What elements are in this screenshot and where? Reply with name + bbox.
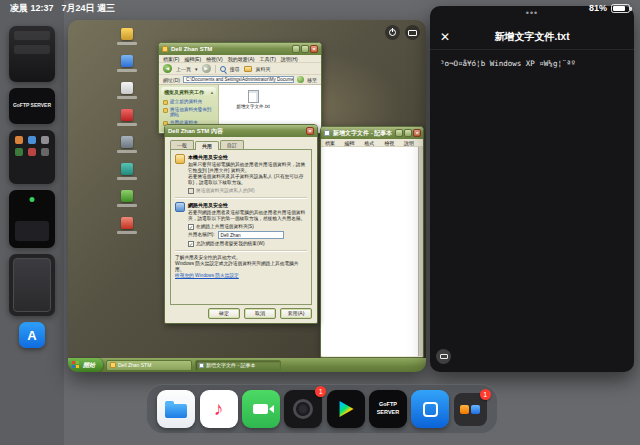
cancel-button[interactable]: 取消 <box>244 308 276 319</box>
desktop-icon[interactable] <box>114 163 140 180</box>
checkbox-checked[interactable]: ✓ <box>188 224 194 230</box>
mini-app-icon[interactable]: 1 <box>454 393 487 426</box>
keyboard-icon[interactable] <box>405 25 420 40</box>
task-link[interactable]: 將這個資料夾發佈到網站 <box>161 105 216 118</box>
maximize-button[interactable] <box>301 45 309 53</box>
private-checkbox-row[interactable]: 將這個資料夾設成私人的(M) <box>188 188 307 194</box>
tab-general[interactable]: 一般 <box>170 140 194 149</box>
text-viewer-panel[interactable]: ••• ✕ 新增文字文件.txt ³o¬O¤å¥ó¦b Windows XP ¤… <box>430 6 634 372</box>
go-label[interactable]: 移至 <box>307 77 317 83</box>
close-icon[interactable]: ✕ <box>440 31 456 43</box>
address-label: 網址(D) <box>163 77 180 83</box>
menu-item[interactable]: 我的最愛(A) <box>228 56 255 61</box>
back-icon[interactable]: ◀ <box>163 64 172 73</box>
desktop-icon[interactable] <box>114 136 140 153</box>
task-folder-icon <box>110 362 116 368</box>
address-input[interactable]: C:\Documents and Settings\Administrator\… <box>183 76 294 83</box>
start-button[interactable]: 開始 <box>68 358 103 372</box>
recent-app-thumbnail-4[interactable] <box>9 190 55 248</box>
task-notepad-icon <box>199 363 204 368</box>
desktop-icon[interactable] <box>114 55 140 72</box>
close-button[interactable]: × <box>306 127 314 135</box>
checkbox-unchecked[interactable] <box>188 188 194 194</box>
folders-icon[interactable] <box>244 66 252 72</box>
recent-app-thumbnail-5[interactable] <box>9 254 55 316</box>
dropdown-icon[interactable]: ▾ <box>195 66 198 72</box>
share-checkbox-label: 在網路上共用這個資料夾(S) <box>196 224 254 230</box>
search-label[interactable]: 搜尋 <box>230 66 240 72</box>
back-label[interactable]: 上一頁 <box>176 66 191 72</box>
text-file-icon <box>248 90 259 103</box>
task-pane-header[interactable]: 檔案及資料夾工作 ▴ <box>161 87 216 97</box>
taskbar-task-notepad[interactable]: 新增文字文件 - 記事本 <box>195 360 281 371</box>
search-icon[interactable] <box>220 66 226 72</box>
allow-change-checkbox-row[interactable]: ✓ 允許網路使用者變更我的檔案(W) <box>188 241 307 247</box>
recent-app-thumbnail-goftp[interactable]: GoFTP SERVER <box>9 88 55 124</box>
close-button[interactable]: × <box>413 129 421 137</box>
tab-customize[interactable]: 自訂 <box>220 140 244 149</box>
close-button[interactable]: × <box>310 45 318 53</box>
firewall-settings-link[interactable]: 檢視您的 Windows 防火牆設定 <box>175 273 307 279</box>
menu-item[interactable]: 工具(T) <box>259 56 275 61</box>
menu-item[interactable]: 編輯(E) <box>184 56 201 61</box>
blue-square-app-icon[interactable] <box>411 390 449 428</box>
menu-item[interactable]: 說明(H) <box>404 140 419 145</box>
menu-item[interactable]: 檔案(F) <box>163 56 179 61</box>
maximize-button[interactable] <box>404 129 412 137</box>
task-link[interactable]: 建立新的資料夾 <box>161 97 216 105</box>
keyboard-minimized-icon[interactable] <box>436 349 451 364</box>
xp-properties-dialog[interactable]: Dell Zhan STM 內容 × 一般 共用 自訂 本機共用及安全性 如果只… <box>164 124 318 324</box>
desktop-icon[interactable] <box>114 190 140 207</box>
taskbar-task-explorer[interactable]: Dell Zhan STM <box>106 360 192 371</box>
menu-item[interactable]: 檢視(V) <box>206 56 223 61</box>
desktop-icon[interactable] <box>114 109 140 126</box>
task-link-label[interactable]: 將這個資料夾發佈到網站 <box>170 107 214 118</box>
desktop-icon[interactable] <box>114 28 140 45</box>
xp-notepad-window[interactable]: 新增文字文件 - 記事本 × 檔案(F) 編輯(E) 格式(O) 檢視(V) 說… <box>320 126 424 358</box>
minimize-button[interactable] <box>395 129 403 137</box>
menu-item[interactable]: 格式(O) <box>364 140 379 145</box>
tab-sharing[interactable]: 共用 <box>195 141 219 150</box>
facetime-app-icon[interactable] <box>242 390 280 428</box>
share-name-input[interactable]: Dell Zhan <box>218 231 284 239</box>
local-sharing-header: 本機共用及安全性 <box>188 154 307 161</box>
share-checkbox-row[interactable]: ✓ 在網路上共用這個資料夾(S) <box>188 224 307 230</box>
minimize-button[interactable] <box>292 45 300 53</box>
file-item-txt[interactable]: 新增文字文件.txt <box>229 90 277 110</box>
share-name-label: 共用名稱(H): <box>188 232 215 238</box>
scrollbar[interactable] <box>418 147 423 356</box>
forward-icon[interactable]: ▶ <box>202 64 211 73</box>
play-store-app-icon[interactable] <box>327 390 365 428</box>
checkbox-checked[interactable]: ✓ <box>188 241 194 247</box>
desktop-icon[interactable] <box>114 217 140 234</box>
explorer-titlebar[interactable]: Dell Zhan STM × <box>159 43 321 55</box>
power-icon[interactable] <box>385 25 400 40</box>
ok-button[interactable]: 確定 <box>208 308 240 319</box>
status-datetime: 凌晨 12:37 7月24日 週三 <box>10 2 115 15</box>
desktop-icon[interactable] <box>114 82 140 99</box>
camera-lens-app-icon[interactable]: 1 <box>284 390 322 428</box>
menu-item[interactable]: 檢視(V) <box>384 140 399 145</box>
notepad-titlebar[interactable]: 新增文字文件 - 記事本 × <box>321 127 423 139</box>
apply-button[interactable]: 套用(A) <box>280 308 312 319</box>
recent-app-thumbnail-1[interactable] <box>9 26 55 82</box>
music-app-icon[interactable]: ♪ <box>200 390 238 428</box>
private-checkbox-label: 將這個資料夾設成私人的(M) <box>196 188 255 194</box>
notepad-text-area[interactable] <box>321 147 423 356</box>
menu-item[interactable]: 說明(H) <box>281 56 298 61</box>
task-link-label[interactable]: 建立新的資料夾 <box>170 99 202 105</box>
menu-item[interactable]: 檔案(F) <box>325 140 339 145</box>
goftp-server-app-icon[interactable]: GoFTP SERVER <box>369 390 407 428</box>
dialog-titlebar[interactable]: Dell Zhan STM 內容 × <box>165 125 317 137</box>
local-sharing-texts: 本機共用及安全性 如果只要與這部電腦的其他使用者共用這個資料夾，請將它拖曳到 [… <box>188 154 307 186</box>
xp-explorer-window[interactable]: Dell Zhan STM × 檔案(F) 編輯(E) 檢視(V) 我的最愛(A… <box>158 42 322 134</box>
menu-item[interactable]: 編輯(E) <box>344 140 359 145</box>
rdp-session-window[interactable]: Dell Zhan STM × 檔案(F) 編輯(E) 檢視(V) 我的最愛(A… <box>68 20 426 372</box>
app-store-icon[interactable]: A <box>19 322 45 348</box>
thumbnail-tile <box>15 148 23 156</box>
files-app-icon[interactable] <box>157 390 195 428</box>
xp-desktop-icons <box>114 28 140 244</box>
recent-app-thumbnail-3[interactable] <box>9 130 55 184</box>
folders-label[interactable]: 資料夾 <box>256 66 271 72</box>
go-icon[interactable] <box>297 76 304 83</box>
